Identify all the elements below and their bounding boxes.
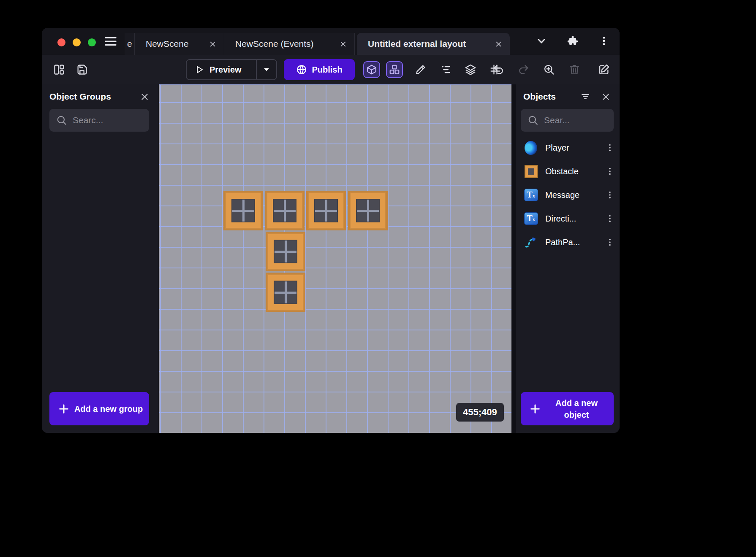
layers-button[interactable]	[463, 62, 478, 77]
text-object-icon: Tx	[523, 211, 538, 226]
project-manager-button[interactable]	[52, 62, 66, 77]
tab-newscene[interactable]: NewScene	[135, 33, 224, 55]
tab-strip: e NewScene NewScene (Events) Untitled ex…	[125, 33, 510, 55]
content-area: Object Groups Add a new group 455;40	[42, 84, 620, 433]
obstacle-instance-core	[275, 241, 296, 262]
kebab-icon	[605, 214, 615, 223]
tab-untitled-external-layout[interactable]: Untitled external layout	[357, 33, 510, 55]
object-label: Player	[545, 143, 604, 153]
objects-header: Objects	[516, 84, 620, 102]
titlebar: e NewScene NewScene (Events) Untitled ex…	[42, 28, 620, 55]
globe-icon	[296, 64, 307, 75]
tab-label: NewScene (Events)	[235, 39, 332, 49]
kebab-icon	[605, 143, 615, 152]
edit-scene-properties-button[interactable]	[597, 62, 611, 77]
toggle-instances-view-button[interactable]	[386, 61, 403, 78]
kebab-icon	[598, 35, 609, 46]
obstacle-instance[interactable]	[223, 191, 263, 230]
object-groups-title: Object Groups	[49, 92, 130, 102]
search-icon	[56, 115, 67, 126]
objects-search-input[interactable]	[544, 115, 609, 125]
objects-list: Player Obstacle Tx Message Tx	[516, 136, 620, 254]
obstacle-icon	[523, 164, 538, 179]
text-object-icon: Tx	[523, 187, 538, 203]
tab-label: e	[127, 39, 132, 49]
tab-newscene-events[interactable]: NewScene (Events)	[224, 33, 355, 55]
scene-canvas[interactable]: 455;409	[159, 84, 511, 433]
publish-button[interactable]: Publish	[284, 59, 355, 80]
tab-close-button[interactable]	[494, 39, 503, 49]
titlebar-right-controls	[534, 34, 611, 48]
preview-options-button[interactable]	[257, 60, 276, 79]
undo-icon	[492, 64, 504, 76]
hamburger-icon	[104, 37, 117, 46]
close-icon	[601, 92, 610, 101]
obstacle-instance-core	[315, 200, 337, 222]
preview-button[interactable]: Preview	[187, 60, 256, 79]
traffic-lights	[57, 38, 96, 46]
instances-list-button[interactable]	[438, 62, 453, 77]
obstacle-instance[interactable]	[265, 191, 305, 230]
search-icon	[528, 115, 538, 126]
redo-button[interactable]	[517, 62, 531, 77]
object-menu-button[interactable]	[604, 235, 616, 250]
close-window-button[interactable]	[57, 38, 65, 46]
plus-icon	[529, 403, 541, 415]
toolbar-left-group	[52, 62, 89, 77]
more-tabs-button[interactable]	[534, 34, 549, 48]
object-groups-search-input[interactable]	[73, 115, 144, 125]
edit-object-button[interactable]	[413, 62, 428, 77]
main-menu-button[interactable]	[103, 36, 118, 47]
object-groups-header: Object Groups	[42, 84, 158, 102]
objects-title: Objects	[523, 92, 571, 102]
add-group-label: Add a new group	[74, 403, 143, 415]
preview-label: Preview	[209, 65, 242, 75]
obstacle-instance-core	[274, 200, 296, 222]
tab-close-button[interactable]	[338, 39, 348, 49]
object-menu-button[interactable]	[604, 211, 616, 226]
cursor-coordinates-badge: 455;409	[456, 403, 504, 422]
chevron-down-icon	[536, 35, 547, 47]
close-icon	[340, 41, 347, 48]
add-object-label: Add a new object	[545, 397, 608, 421]
object-menu-button[interactable]	[604, 187, 616, 203]
add-group-button[interactable]: Add a new group	[49, 392, 149, 425]
minimize-window-button[interactable]	[73, 38, 81, 46]
close-object-groups-button[interactable]	[139, 91, 150, 102]
zoom-window-button[interactable]	[88, 38, 96, 46]
obstacle-instance-core	[232, 200, 254, 222]
obstacle-instance[interactable]	[266, 273, 305, 312]
close-icon	[209, 41, 216, 48]
obstacle-instance[interactable]	[306, 191, 346, 230]
puzzle-icon	[567, 35, 579, 47]
object-groups-panel: Object Groups Add a new group	[42, 84, 158, 433]
pencil-icon	[415, 64, 427, 76]
delete-button[interactable]	[567, 62, 582, 77]
add-object-button[interactable]: Add a new object	[521, 392, 614, 425]
edit-note-icon	[598, 64, 610, 76]
canvas-wrap: 455;409	[158, 84, 512, 433]
window-menu-button[interactable]	[597, 34, 611, 48]
toggle-3d-view-button[interactable]	[363, 61, 380, 78]
extensions-button[interactable]	[566, 34, 580, 48]
object-menu-button[interactable]	[604, 140, 616, 155]
tab-close-button[interactable]	[208, 39, 217, 49]
object-row-obstacle[interactable]: Obstacle	[516, 160, 620, 183]
toolbar-middle-group	[363, 61, 503, 78]
object-row-directions[interactable]: Tx Directi...	[516, 207, 620, 230]
tab-partial[interactable]: e	[125, 33, 135, 55]
zoom-in-icon	[543, 64, 555, 76]
obstacle-instance[interactable]	[266, 232, 305, 271]
object-row-message[interactable]: Tx Message	[516, 183, 620, 207]
close-objects-button[interactable]	[600, 91, 611, 102]
zoom-in-button[interactable]	[542, 62, 556, 77]
object-row-player[interactable]: Player	[516, 136, 620, 160]
obstacle-instance[interactable]	[348, 191, 388, 230]
undo-button[interactable]	[491, 62, 506, 77]
save-button[interactable]	[75, 62, 89, 77]
toolbar: Preview Publish	[42, 55, 620, 84]
tab-label: Untitled external layout	[368, 39, 488, 49]
object-menu-button[interactable]	[604, 164, 616, 179]
filter-objects-button[interactable]	[580, 91, 591, 102]
object-row-pathpainter[interactable]: PathPa...	[516, 230, 620, 254]
